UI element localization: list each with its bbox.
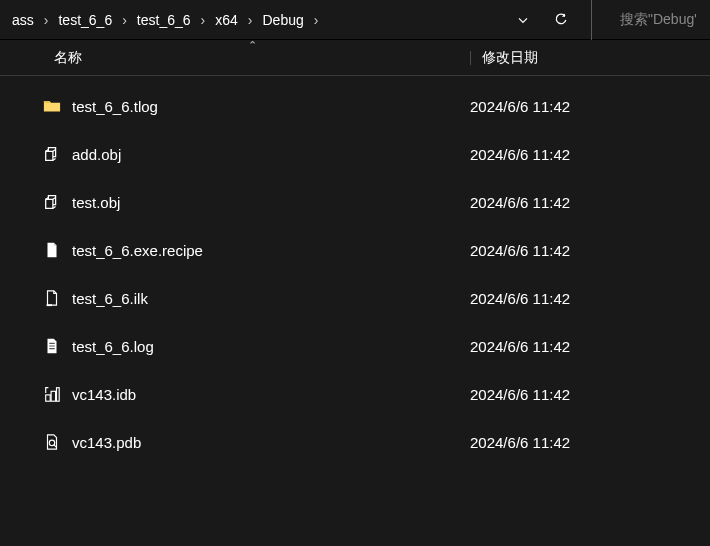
log-icon: [42, 336, 62, 356]
file-name: vc143.pdb: [72, 434, 470, 451]
file-name: test_6_6.ilk: [72, 290, 470, 307]
breadcrumb-item[interactable]: x64: [211, 8, 242, 32]
file-name: test.obj: [72, 194, 470, 211]
breadcrumb-item[interactable]: Debug: [259, 8, 308, 32]
history-dropdown-button[interactable]: [513, 10, 533, 30]
column-header-name[interactable]: 名称: [0, 49, 470, 67]
file-name: test_6_6.exe.recipe: [72, 242, 470, 259]
file-list: test_6_6.tlog2024/6/6 11:42add.obj2024/6…: [0, 76, 710, 472]
toolbar: ass › test_6_6 › test_6_6 › x64 › Debug …: [0, 0, 710, 40]
toolbar-actions: 搜索"Debug": [513, 0, 704, 40]
file-row[interactable]: test_6_6.log2024/6/6 11:42: [0, 322, 710, 370]
file-row[interactable]: test_6_6.ilk2024/6/6 11:42: [0, 274, 710, 322]
obj-icon: [42, 144, 62, 164]
file-row[interactable]: vc143.pdb2024/6/6 11:42: [0, 418, 710, 466]
breadcrumb-item[interactable]: ass: [8, 8, 38, 32]
file-row[interactable]: add.obj2024/6/6 11:42: [0, 130, 710, 178]
file-date: 2024/6/6 11:42: [470, 194, 570, 211]
file-row[interactable]: test.obj2024/6/6 11:42: [0, 178, 710, 226]
refresh-button[interactable]: [551, 10, 571, 30]
file-name: add.obj: [72, 146, 470, 163]
divider: [591, 0, 592, 40]
file-date: 2024/6/6 11:42: [470, 146, 570, 163]
column-header-date[interactable]: 修改日期: [470, 49, 710, 67]
chevron-right-icon: ›: [312, 12, 321, 28]
file-date: 2024/6/6 11:42: [470, 434, 570, 451]
chevron-right-icon: ›: [42, 12, 51, 28]
file-date: 2024/6/6 11:42: [470, 98, 570, 115]
breadcrumb-item[interactable]: test_6_6: [54, 8, 116, 32]
file-row[interactable]: test_6_6.exe.recipe2024/6/6 11:42: [0, 226, 710, 274]
file-date: 2024/6/6 11:42: [470, 242, 570, 259]
file-icon: [42, 240, 62, 260]
file-name: test_6_6.tlog: [72, 98, 470, 115]
column-header-row: ⌃ 名称 修改日期: [0, 40, 710, 76]
ilk-icon: [42, 288, 62, 308]
file-date: 2024/6/6 11:42: [470, 338, 570, 355]
sort-indicator-icon: ⌃: [248, 39, 257, 52]
pdb-icon: [42, 432, 62, 452]
folder-icon: [42, 96, 62, 116]
breadcrumb: ass › test_6_6 › test_6_6 › x64 › Debug …: [6, 8, 320, 32]
file-row[interactable]: test_6_6.tlog2024/6/6 11:42: [0, 82, 710, 130]
file-date: 2024/6/6 11:42: [470, 290, 570, 307]
search-input[interactable]: 搜索"Debug": [616, 11, 696, 29]
file-row[interactable]: vc143.idb2024/6/6 11:42: [0, 370, 710, 418]
idb-icon: [42, 384, 62, 404]
file-date: 2024/6/6 11:42: [470, 386, 570, 403]
file-name: test_6_6.log: [72, 338, 470, 355]
chevron-right-icon: ›: [120, 12, 129, 28]
breadcrumb-item[interactable]: test_6_6: [133, 8, 195, 32]
file-name: vc143.idb: [72, 386, 470, 403]
chevron-right-icon: ›: [246, 12, 255, 28]
column-separator[interactable]: [470, 51, 471, 65]
column-header-date-label: 修改日期: [482, 49, 538, 65]
chevron-right-icon: ›: [199, 12, 208, 28]
obj-icon: [42, 192, 62, 212]
